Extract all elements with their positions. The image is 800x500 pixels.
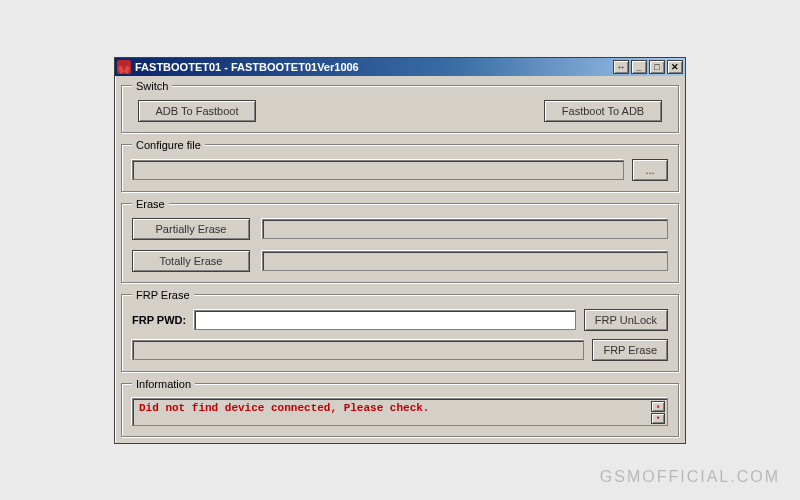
close-button[interactable]: ✕ xyxy=(667,60,683,74)
frp-pwd-input[interactable] xyxy=(194,310,576,330)
frp-status-field xyxy=(132,340,584,360)
info-legend: Information xyxy=(132,378,195,390)
total-erase-status xyxy=(262,251,668,271)
erase-legend: Erase xyxy=(132,198,169,210)
frp-pwd-label: FRP PWD: xyxy=(132,314,186,326)
app-window: FASTBOOTET01 - FASTBOOTET01Ver1006 ↔ _ □… xyxy=(114,57,686,444)
titlebar: FASTBOOTET01 - FASTBOOTET01Ver1006 ↔ _ □… xyxy=(115,58,685,76)
switch-legend: Switch xyxy=(132,80,172,92)
configure-legend: Configure file xyxy=(132,139,205,151)
browse-button[interactable]: ... xyxy=(632,159,668,181)
configure-path-field xyxy=(132,160,624,180)
information-group: Information Did not find device connecte… xyxy=(121,378,679,437)
app-icon xyxy=(117,60,131,74)
totally-erase-button[interactable]: Totally Erase xyxy=(132,250,250,272)
scroll-up-button[interactable]: ▴ xyxy=(651,401,665,412)
erase-group: Erase Partially Erase Totally Erase xyxy=(121,198,679,283)
frp-erase-button[interactable]: FRP Erase xyxy=(592,339,668,361)
info-textarea: Did not find device connected, Please ch… xyxy=(132,398,668,426)
frp-erase-group: FRP Erase FRP PWD: FRP UnLock FRP Erase xyxy=(121,289,679,372)
minimize-button[interactable]: _ xyxy=(631,60,647,74)
frp-unlock-button[interactable]: FRP UnLock xyxy=(584,309,668,331)
partial-erase-status xyxy=(262,219,668,239)
frp-legend: FRP Erase xyxy=(132,289,194,301)
maximize-button[interactable]: □ xyxy=(649,60,665,74)
scroll-down-button[interactable]: ▾ xyxy=(651,413,665,424)
resize-button[interactable]: ↔ xyxy=(613,60,629,74)
switch-group: Switch ADB To Fastboot Fastboot To ADB xyxy=(121,80,679,133)
adb-to-fastboot-button[interactable]: ADB To Fastboot xyxy=(138,100,256,122)
partially-erase-button[interactable]: Partially Erase xyxy=(132,218,250,240)
info-message: Did not find device connected, Please ch… xyxy=(139,402,429,414)
fastboot-to-adb-button[interactable]: Fastboot To ADB xyxy=(544,100,662,122)
window-title: FASTBOOTET01 - FASTBOOTET01Ver1006 xyxy=(135,61,613,73)
watermark: GSMOFFICIAL.COM xyxy=(600,468,780,486)
configure-file-group: Configure file ... xyxy=(121,139,679,192)
client-area: Switch ADB To Fastboot Fastboot To ADB C… xyxy=(115,76,685,443)
